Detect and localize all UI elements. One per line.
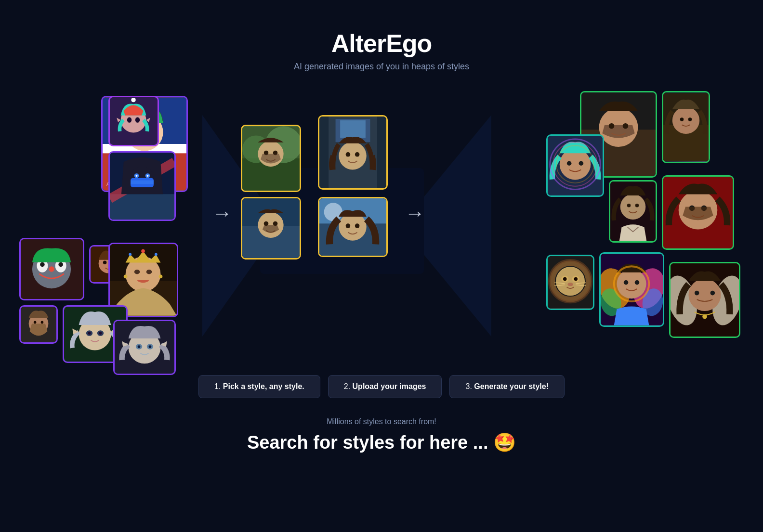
svg-point-47 xyxy=(124,274,128,278)
svg-point-48 xyxy=(159,274,163,278)
step-1-button[interactable]: 1. Pick a style, any style. xyxy=(198,375,320,398)
bottom-subtitle: Millions of styles to search from! xyxy=(0,417,763,426)
output-photo-1[interactable] xyxy=(318,115,388,190)
svg-point-26 xyxy=(136,175,138,177)
svg-point-82 xyxy=(346,152,351,157)
style-card-ninja[interactable] xyxy=(108,151,176,221)
svg-point-42 xyxy=(141,249,145,253)
style-card-joker[interactable] xyxy=(19,238,84,300)
svg-point-110 xyxy=(627,204,631,208)
svg-point-43 xyxy=(129,253,132,256)
viz-area: A xyxy=(0,86,763,365)
svg-point-16 xyxy=(127,117,132,122)
svg-rect-80 xyxy=(340,120,366,138)
svg-point-95 xyxy=(623,123,629,129)
svg-point-143 xyxy=(695,291,699,296)
center-output-cluster xyxy=(318,115,395,327)
step-2-button[interactable]: 2. Upload your images xyxy=(328,375,442,398)
svg-point-32 xyxy=(40,262,45,267)
svg-point-144 xyxy=(710,291,715,296)
svg-point-136 xyxy=(624,280,629,285)
svg-point-81 xyxy=(339,142,367,170)
svg-point-34 xyxy=(49,266,54,272)
app-title: AlterEgo xyxy=(0,29,763,58)
svg-point-94 xyxy=(609,123,615,129)
svg-point-44 xyxy=(155,253,158,256)
step-2-label: Upload your images xyxy=(353,382,426,390)
svg-point-123 xyxy=(574,277,578,281)
output-angel[interactable] xyxy=(669,262,740,338)
svg-point-111 xyxy=(635,204,639,208)
style-card-dark-elf[interactable] xyxy=(113,320,176,375)
output-holographic-1[interactable] xyxy=(546,134,604,197)
svg-point-102 xyxy=(560,149,591,180)
svg-point-27 xyxy=(147,175,149,177)
style-card-dwarf[interactable] xyxy=(19,305,58,344)
svg-point-134 xyxy=(617,269,646,298)
svg-point-88 xyxy=(339,213,367,241)
svg-point-37 xyxy=(103,261,106,264)
svg-point-58 xyxy=(99,332,102,335)
svg-point-45 xyxy=(134,270,140,274)
svg-point-141 xyxy=(688,279,721,311)
svg-point-87 xyxy=(324,203,342,221)
step-1-number: 1. xyxy=(214,382,221,390)
left-cluster: A xyxy=(19,96,202,356)
output-lion[interactable] xyxy=(546,255,594,310)
svg-point-46 xyxy=(146,270,152,274)
svg-point-17 xyxy=(135,117,140,122)
svg-point-117 xyxy=(556,267,585,296)
svg-point-98 xyxy=(672,107,699,134)
svg-point-57 xyxy=(88,332,91,335)
svg-marker-1 xyxy=(424,115,491,337)
step-1-label: Pick a style, any style. xyxy=(223,382,304,390)
svg-point-52 xyxy=(41,321,44,324)
input-photo-2[interactable] xyxy=(241,197,301,260)
step-3-number: 3. xyxy=(465,382,472,390)
svg-point-15 xyxy=(131,98,135,102)
svg-point-83 xyxy=(355,152,360,157)
svg-point-109 xyxy=(620,194,646,220)
svg-point-51 xyxy=(34,321,37,324)
output-realistic-2[interactable] xyxy=(662,91,710,163)
svg-point-90 xyxy=(355,223,360,228)
svg-point-124 xyxy=(567,283,573,286)
right-cluster xyxy=(546,91,749,361)
svg-point-100 xyxy=(688,117,692,121)
output-fantasy-warrior[interactable] xyxy=(609,180,657,243)
svg-point-122 xyxy=(563,277,567,281)
svg-point-106 xyxy=(567,161,572,166)
svg-rect-23 xyxy=(131,181,154,184)
app-subtitle: AI generated images of you in heaps of s… xyxy=(0,62,763,72)
svg-point-63 xyxy=(138,345,141,348)
output-red-portrait[interactable] xyxy=(662,175,734,250)
bottom-section: Millions of styles to search from! Searc… xyxy=(0,417,763,472)
svg-point-33 xyxy=(58,262,63,267)
svg-point-137 xyxy=(635,280,640,285)
output-photo-2[interactable] xyxy=(318,197,388,257)
header: AlterEgo AI generated images of you in h… xyxy=(0,0,763,81)
style-card-elf-girl[interactable] xyxy=(108,96,159,146)
step-3-label: Generate your style! xyxy=(474,382,549,390)
right-arrow: → xyxy=(405,202,425,225)
input-photo-1[interactable] xyxy=(241,125,301,192)
output-fairy-wings[interactable] xyxy=(599,252,664,327)
steps-bar: 1. Pick a style, any style. 2. Upload yo… xyxy=(0,375,763,398)
svg-point-64 xyxy=(149,345,152,348)
left-arrow: → xyxy=(212,202,232,225)
step-3-button[interactable]: 3. Generate your style! xyxy=(449,375,565,398)
svg-point-99 xyxy=(680,117,684,121)
svg-point-107 xyxy=(579,161,584,166)
svg-point-89 xyxy=(346,223,351,228)
svg-point-142 xyxy=(702,314,707,319)
step-2-number: 2. xyxy=(344,382,350,390)
page-wrapper: AlterEgo AI generated images of you in h… xyxy=(0,0,763,532)
search-heading: Search for styles for here ... 🤩 xyxy=(0,432,763,453)
